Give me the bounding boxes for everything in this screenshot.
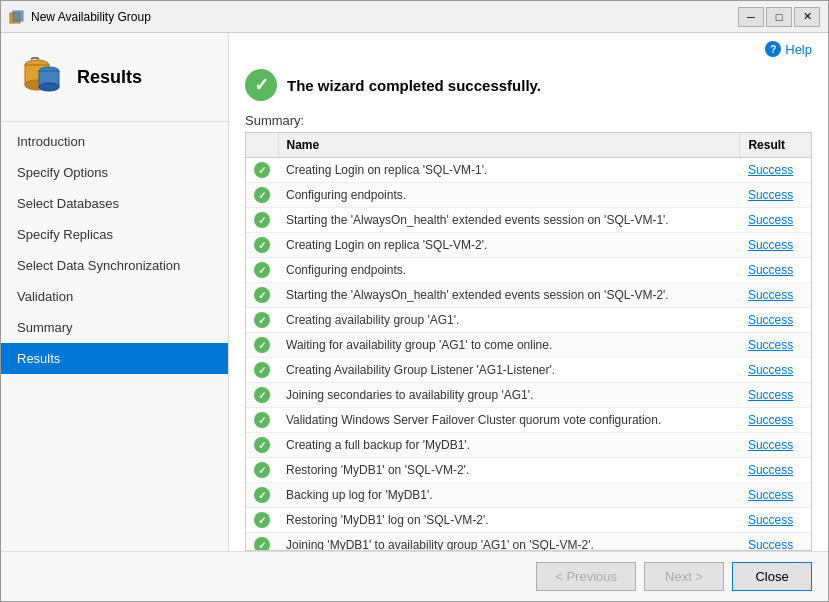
table-row: ✓Creating availability group 'AG1'.Succe… — [246, 308, 811, 333]
sidebar-item-select-databases[interactable]: Select Databases — [1, 188, 228, 219]
row-result[interactable]: Success — [740, 483, 811, 508]
row-name: Creating availability group 'AG1'. — [278, 308, 740, 333]
sidebar-nav: IntroductionSpecify OptionsSelect Databa… — [1, 126, 228, 374]
help-label: Help — [785, 42, 812, 57]
window-title: New Availability Group — [31, 10, 738, 24]
row-status-icon: ✓ — [246, 358, 278, 383]
table-row: ✓Creating Login on replica 'SQL-VM-1'.Su… — [246, 158, 811, 183]
row-name: Restoring 'MyDB1' log on 'SQL-VM-2'. — [278, 508, 740, 533]
svg-rect-1 — [13, 11, 23, 21]
row-status-icon: ✓ — [246, 258, 278, 283]
minimize-button[interactable]: ─ — [738, 7, 764, 27]
row-name: Creating Login on replica 'SQL-VM-1'. — [278, 158, 740, 183]
row-name: Backing up log for 'MyDB1'. — [278, 483, 740, 508]
previous-button[interactable]: < Previous — [536, 562, 636, 591]
wizard-icon — [17, 53, 65, 101]
table-row: ✓Creating a full backup for 'MyDB1'.Succ… — [246, 433, 811, 458]
sidebar: Results IntroductionSpecify OptionsSelec… — [1, 33, 229, 551]
table-row: ✓Joining 'MyDB1' to availability group '… — [246, 533, 811, 552]
row-result[interactable]: Success — [740, 358, 811, 383]
table-row: ✓Backing up log for 'MyDB1'.Success — [246, 483, 811, 508]
row-name: Configuring endpoints. — [278, 258, 740, 283]
maximize-button[interactable]: □ — [766, 7, 792, 27]
row-status-icon: ✓ — [246, 533, 278, 552]
row-status-icon: ✓ — [246, 508, 278, 533]
row-name: Creating Login on replica 'SQL-VM-2'. — [278, 233, 740, 258]
row-status-icon: ✓ — [246, 458, 278, 483]
sidebar-item-specify-options[interactable]: Specify Options — [1, 157, 228, 188]
sidebar-header: Results — [1, 41, 228, 122]
table-row: ✓Creating Login on replica 'SQL-VM-2'.Su… — [246, 233, 811, 258]
header-icon-area: Results — [17, 53, 212, 101]
row-result[interactable]: Success — [740, 433, 811, 458]
page-title: Results — [77, 67, 142, 88]
footer: < Previous Next > Close — [1, 551, 828, 601]
row-name: Creating Availability Group Listener 'AG… — [278, 358, 740, 383]
row-name: Creating a full backup for 'MyDB1'. — [278, 433, 740, 458]
svg-point-7 — [39, 83, 59, 91]
row-status-icon: ✓ — [246, 158, 278, 183]
col-result-header: Result — [740, 133, 811, 158]
row-result[interactable]: Success — [740, 383, 811, 408]
row-status-icon: ✓ — [246, 283, 278, 308]
row-name: Restoring 'MyDB1' on 'SQL-VM-2'. — [278, 458, 740, 483]
success-icon — [245, 69, 277, 101]
sidebar-item-summary[interactable]: Summary — [1, 312, 228, 343]
row-result[interactable]: Success — [740, 533, 811, 552]
row-name: Configuring endpoints. — [278, 183, 740, 208]
window-icon — [9, 9, 25, 25]
row-status-icon: ✓ — [246, 308, 278, 333]
results-table: Name Result ✓Creating Login on replica '… — [246, 133, 811, 551]
row-result[interactable]: Success — [740, 308, 811, 333]
help-icon: ? — [765, 41, 781, 57]
row-name: Waiting for availability group 'AG1' to … — [278, 333, 740, 358]
sidebar-item-results[interactable]: Results — [1, 343, 228, 374]
row-result[interactable]: Success — [740, 208, 811, 233]
row-status-icon: ✓ — [246, 433, 278, 458]
row-name: Joining secondaries to availability grou… — [278, 383, 740, 408]
table-row: ✓Validating Windows Server Failover Clus… — [246, 408, 811, 433]
col-name-header: Name — [278, 133, 740, 158]
row-status-icon: ✓ — [246, 233, 278, 258]
results-table-container[interactable]: Name Result ✓Creating Login on replica '… — [245, 132, 812, 551]
window-controls: ─ □ ✕ — [738, 7, 820, 27]
row-status-icon: ✓ — [246, 483, 278, 508]
title-bar: New Availability Group ─ □ ✕ — [1, 1, 828, 33]
row-status-icon: ✓ — [246, 183, 278, 208]
row-result[interactable]: Success — [740, 333, 811, 358]
col-icon — [246, 133, 278, 158]
sidebar-item-select-data-sync[interactable]: Select Data Synchronization — [1, 250, 228, 281]
row-result[interactable]: Success — [740, 233, 811, 258]
row-status-icon: ✓ — [246, 333, 278, 358]
sidebar-item-specify-replicas[interactable]: Specify Replicas — [1, 219, 228, 250]
table-row: ✓Configuring endpoints.Success — [246, 183, 811, 208]
table-row: ✓Waiting for availability group 'AG1' to… — [246, 333, 811, 358]
help-button[interactable]: ? Help — [765, 41, 812, 57]
success-text: The wizard completed successfully. — [287, 77, 541, 94]
row-result[interactable]: Success — [740, 408, 811, 433]
table-row: ✓Joining secondaries to availability gro… — [246, 383, 811, 408]
row-result[interactable]: Success — [740, 508, 811, 533]
row-result[interactable]: Success — [740, 458, 811, 483]
success-banner: The wizard completed successfully. — [229, 61, 828, 113]
row-result[interactable]: Success — [740, 183, 811, 208]
table-row: ✓Starting the 'AlwaysOn_health' extended… — [246, 283, 811, 308]
row-result[interactable]: Success — [740, 158, 811, 183]
main-header: ? Help — [229, 33, 828, 61]
row-name: Validating Windows Server Failover Clust… — [278, 408, 740, 433]
results-tbody: ✓Creating Login on replica 'SQL-VM-1'.Su… — [246, 158, 811, 552]
row-result[interactable]: Success — [740, 283, 811, 308]
sidebar-item-validation[interactable]: Validation — [1, 281, 228, 312]
row-result[interactable]: Success — [740, 258, 811, 283]
row-name: Joining 'MyDB1' to availability group 'A… — [278, 533, 740, 552]
close-button-footer[interactable]: Close — [732, 562, 812, 591]
table-row: ✓Configuring endpoints.Success — [246, 258, 811, 283]
content-area: Results IntroductionSpecify OptionsSelec… — [1, 33, 828, 551]
next-button[interactable]: Next > — [644, 562, 724, 591]
table-row: ✓Restoring 'MyDB1' log on 'SQL-VM-2'.Suc… — [246, 508, 811, 533]
close-button[interactable]: ✕ — [794, 7, 820, 27]
row-status-icon: ✓ — [246, 408, 278, 433]
sidebar-item-introduction[interactable]: Introduction — [1, 126, 228, 157]
row-name: Starting the 'AlwaysOn_health' extended … — [278, 283, 740, 308]
row-name: Starting the 'AlwaysOn_health' extended … — [278, 208, 740, 233]
